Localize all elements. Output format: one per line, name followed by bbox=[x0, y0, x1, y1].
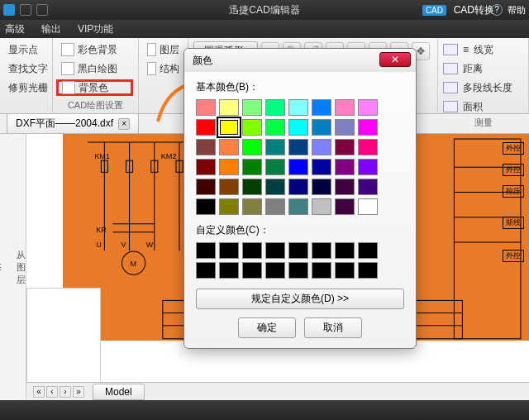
color-swatch[interactable] bbox=[358, 198, 378, 215]
meas-distance[interactable]: 距离 bbox=[443, 60, 523, 77]
color-swatch[interactable] bbox=[196, 159, 216, 175]
color-swatch[interactable] bbox=[288, 159, 308, 175]
custom-swatch[interactable] bbox=[358, 262, 378, 279]
help-icon[interactable]: ? bbox=[491, 4, 503, 16]
color-swatch[interactable] bbox=[265, 159, 285, 175]
custom-swatch[interactable] bbox=[196, 242, 216, 259]
meas-polylen[interactable]: 多段线长度 bbox=[443, 79, 523, 96]
color-swatch[interactable] bbox=[288, 198, 308, 215]
ritem-findtext[interactable]: 查找文字 bbox=[5, 60, 47, 77]
color-swatch[interactable] bbox=[196, 198, 216, 215]
dialog-close-button[interactable]: ✕ bbox=[379, 52, 411, 67]
color-swatch[interactable] bbox=[335, 119, 355, 136]
color-swatch[interactable] bbox=[335, 99, 355, 116]
help-link[interactable]: 帮助 bbox=[508, 4, 526, 17]
color-swatch[interactable] bbox=[358, 99, 378, 116]
color-swatch[interactable] bbox=[312, 159, 331, 175]
custom-swatch[interactable] bbox=[312, 242, 331, 259]
color-swatch[interactable] bbox=[335, 159, 355, 175]
color-swatch[interactable] bbox=[219, 99, 239, 116]
custom-swatch[interactable] bbox=[219, 262, 239, 279]
custom-swatch[interactable] bbox=[335, 242, 355, 259]
color-swatch[interactable] bbox=[265, 198, 285, 215]
custom-swatch[interactable] bbox=[358, 242, 378, 259]
tab-nav-prev[interactable]: ‹ bbox=[46, 386, 58, 398]
color-swatch[interactable] bbox=[219, 159, 239, 175]
color-swatch[interactable] bbox=[288, 99, 308, 116]
color-swatch[interactable] bbox=[196, 139, 216, 155]
layers-icon bbox=[147, 43, 156, 56]
statusbar bbox=[0, 400, 529, 420]
custom-swatch[interactable] bbox=[196, 262, 216, 279]
custom-swatch[interactable] bbox=[312, 262, 331, 279]
color-swatch[interactable] bbox=[358, 139, 378, 155]
tab-nav-next[interactable]: › bbox=[60, 386, 71, 398]
color-swatch[interactable] bbox=[312, 198, 331, 215]
layout-tab-model[interactable]: Model bbox=[93, 384, 145, 400]
meas-area[interactable]: 面积 bbox=[443, 98, 523, 115]
color-swatch[interactable] bbox=[219, 139, 239, 155]
color-swatch[interactable] bbox=[196, 119, 216, 136]
ritem-clipraster[interactable]: 修剪光栅 bbox=[5, 79, 47, 96]
custom-swatch[interactable] bbox=[265, 262, 285, 279]
dialog-titlebar[interactable]: 颜色 ✕ bbox=[184, 49, 416, 72]
color-swatch[interactable] bbox=[335, 139, 355, 155]
close-icon[interactable]: × bbox=[118, 118, 130, 130]
color-swatch[interactable] bbox=[358, 119, 378, 136]
ritem-layer[interactable]: 图层 bbox=[144, 41, 183, 58]
menu-vip[interactable]: VIP功能 bbox=[78, 22, 113, 36]
color-swatch[interactable] bbox=[288, 139, 308, 155]
custom-swatch[interactable] bbox=[265, 242, 285, 259]
ritem-bw[interactable]: 黑白绘图 bbox=[58, 60, 133, 77]
color-swatch[interactable] bbox=[265, 119, 285, 136]
undo-icon[interactable] bbox=[20, 4, 31, 16]
color-swatch[interactable] bbox=[242, 139, 262, 155]
color-swatch[interactable] bbox=[242, 119, 262, 136]
color-swatch[interactable] bbox=[265, 99, 285, 116]
cancel-button[interactable]: 取消 bbox=[304, 317, 362, 338]
menu-output[interactable]: 输出 bbox=[41, 22, 61, 36]
color-swatch[interactable] bbox=[196, 99, 216, 116]
color-swatch[interactable] bbox=[288, 179, 308, 195]
color-swatch[interactable] bbox=[242, 159, 262, 175]
ritem-colorbg[interactable]: 彩色背景 bbox=[58, 41, 133, 58]
color-swatch[interactable] bbox=[335, 179, 355, 195]
custom-swatch[interactable] bbox=[219, 242, 239, 259]
cad-convert-link[interactable]: CAD转换 bbox=[454, 3, 494, 17]
custom-swatch[interactable] bbox=[242, 262, 262, 279]
color-swatch[interactable] bbox=[358, 179, 378, 195]
color-swatch[interactable] bbox=[358, 159, 378, 175]
color-swatch[interactable] bbox=[196, 179, 216, 195]
ritem-struct[interactable]: 结构 bbox=[144, 60, 183, 77]
custom-swatch[interactable] bbox=[288, 262, 308, 279]
color-swatch[interactable] bbox=[242, 198, 262, 215]
svg-text:U: U bbox=[96, 241, 102, 249]
color-swatch[interactable] bbox=[288, 119, 308, 136]
color-swatch[interactable] bbox=[265, 139, 285, 155]
define-custom-button[interactable]: 规定自定义颜色(D) >> bbox=[196, 289, 404, 309]
redo-icon[interactable] bbox=[36, 4, 48, 16]
doc-tab-active[interactable]: DXF平面——2004.dxf × bbox=[7, 113, 139, 133]
meas-linewidth[interactable]: ≡线宽 bbox=[443, 41, 523, 58]
custom-swatch[interactable] bbox=[242, 242, 262, 259]
color-swatch[interactable] bbox=[312, 99, 331, 116]
color-swatch[interactable] bbox=[335, 198, 355, 215]
color-swatch[interactable] bbox=[312, 139, 331, 155]
color-swatch[interactable] bbox=[312, 119, 331, 136]
ritem-bgcolor[interactable]: 背景色 bbox=[56, 79, 133, 96]
color-swatch[interactable] bbox=[219, 179, 239, 195]
color-swatch[interactable] bbox=[242, 179, 262, 195]
tab-nav-first[interactable]: « bbox=[33, 386, 45, 398]
color-swatch[interactable] bbox=[219, 119, 239, 136]
menu-advanced[interactable]: 高级 bbox=[5, 22, 25, 36]
color-swatch[interactable] bbox=[265, 179, 285, 195]
color-swatch[interactable] bbox=[242, 99, 262, 116]
custom-swatch[interactable] bbox=[335, 262, 355, 279]
dock-label-2: DE bbox=[0, 262, 2, 272]
color-swatch[interactable] bbox=[312, 179, 331, 195]
custom-swatch[interactable] bbox=[288, 242, 308, 259]
ritem-showpoint[interactable]: 显示点 bbox=[5, 41, 47, 58]
color-swatch[interactable] bbox=[219, 198, 239, 215]
ok-button[interactable]: 确定 bbox=[238, 317, 296, 338]
tab-nav-last[interactable]: » bbox=[73, 386, 84, 398]
